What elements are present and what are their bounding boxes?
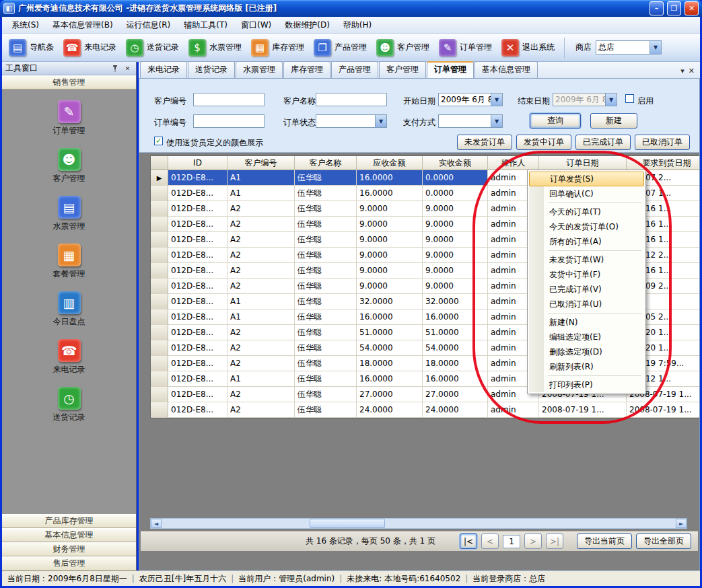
row-selector[interactable]	[151, 232, 168, 248]
filter-cancelled-button[interactable]: 已取消订单	[635, 135, 690, 150]
menu-aux-tools[interactable]: 辅助工具(T)	[177, 17, 234, 34]
tab-close-icon[interactable]: ✕	[689, 67, 695, 75]
sidebar-item-order-mgmt[interactable]: ✎订单管理	[53, 100, 85, 137]
context-menu-today-orders[interactable]: 今天的订单(T)	[529, 205, 644, 219]
next-page-button[interactable]: >	[524, 534, 542, 549]
filter-completed-button[interactable]: 已完成订单	[575, 135, 631, 150]
page-number-input[interactable]: 1	[503, 535, 520, 548]
query-button[interactable]: 查询	[530, 113, 581, 128]
sidebar-item-call-record[interactable]: ☎来电记录	[53, 339, 85, 375]
row-selector[interactable]	[151, 402, 168, 418]
tab-water-ticket[interactable]: 水票管理	[236, 61, 283, 78]
row-selector[interactable]	[151, 217, 168, 232]
chevron-down-icon[interactable]: ▼	[491, 115, 502, 127]
sidebar-section-after-sales[interactable]: 售后管理	[2, 556, 136, 571]
tab-list-chevron-down-icon[interactable]: ▾	[680, 67, 685, 75]
export-all-pages-button[interactable]: 导出全部页	[636, 534, 691, 549]
minimize-button[interactable]: –	[650, 1, 664, 15]
store-select[interactable]: 总店 ▼	[596, 40, 662, 54]
menu-base-info[interactable]: 基本信息管理(B)	[46, 17, 120, 34]
first-page-button[interactable]: |<	[460, 534, 477, 549]
row-selector[interactable]	[151, 340, 168, 356]
toolbar-exit-button[interactable]: ✕退出系统	[497, 36, 559, 59]
row-selector[interactable]	[151, 371, 168, 387]
tab-call-record[interactable]: 来电记录	[140, 61, 187, 78]
start-date-picker[interactable]: 2009年 6月 8日 ▼	[438, 93, 503, 106]
toolbar-customer-button[interactable]: ☻客户管理	[372, 36, 433, 59]
menu-help[interactable]: 帮助(H)	[337, 17, 378, 34]
order-status-select[interactable]: ▼	[316, 114, 387, 128]
close-button[interactable]: ✕	[685, 1, 699, 15]
last-page-button[interactable]: >|	[546, 534, 563, 549]
row-selector[interactable]	[151, 325, 168, 340]
row-selector[interactable]	[151, 263, 168, 279]
tab-base-info[interactable]: 基本信息管理	[475, 61, 538, 78]
context-menu-receipt-confirm[interactable]: 回单确认(C)	[529, 186, 644, 201]
row-selector[interactable]	[151, 201, 168, 217]
context-menu-print-list[interactable]: 打印列表(P)	[529, 377, 644, 392]
end-date-picker[interactable]: 2009年 6月 8日 ▼	[553, 93, 617, 106]
menu-run-info[interactable]: 运行信息(R)	[120, 17, 178, 34]
row-selector[interactable]: ▶	[151, 170, 168, 186]
chevron-down-icon[interactable]: ▼	[491, 94, 502, 106]
context-menu-new[interactable]: 新建(N)	[529, 315, 644, 330]
tab-product[interactable]: 产品管理	[331, 61, 378, 78]
toolbar-delivery-record-button[interactable]: ◷送货记录	[122, 36, 183, 59]
tab-customer[interactable]: 客户管理	[379, 61, 426, 78]
row-selector[interactable]	[151, 356, 168, 371]
pay-method-select[interactable]: ▼	[438, 114, 503, 128]
sidebar-item-water-ticket-mgmt[interactable]: ▤水票管理	[53, 196, 85, 232]
order-no-input[interactable]	[193, 114, 265, 128]
context-menu-edit-selected[interactable]: 编辑选定项(E)	[529, 330, 644, 344]
export-current-page-button[interactable]: 导出当前页	[577, 534, 632, 549]
menu-system[interactable]: 系统(S)	[5, 17, 46, 34]
sidebar-item-customer-mgmt[interactable]: ☻客户管理	[53, 148, 85, 184]
menu-window[interactable]: 窗口(W)	[234, 17, 278, 34]
grid-column-header-customer_no[interactable]: 客户编号	[227, 156, 295, 170]
scroll-right-icon[interactable]: ►	[676, 519, 687, 528]
grid-column-header-due_date[interactable]: 要求到货日期	[627, 156, 699, 170]
context-menu-cancelled-orders[interactable]: 已取消订单(U)	[529, 297, 644, 311]
horizontal-scrollbar[interactable]: ◄ ►	[150, 518, 687, 529]
customer-name-input[interactable]	[316, 93, 387, 106]
menu-data-maint[interactable]: 数据维护(D)	[278, 17, 337, 34]
row-selector[interactable]	[151, 186, 168, 201]
grid-column-header-receivable[interactable]: 应收金额	[357, 156, 423, 170]
context-menu-ship-order[interactable]: 订单发货(S)	[529, 172, 644, 186]
grid-column-header-id[interactable]: ID	[168, 156, 227, 170]
scroll-left-icon[interactable]: ◄	[151, 519, 162, 528]
row-selector[interactable]	[151, 309, 168, 325]
tab-order[interactable]: 订单管理	[427, 61, 474, 78]
toolbar-inventory-button[interactable]: ▦库存管理	[247, 36, 308, 59]
new-button[interactable]: 新建	[590, 113, 637, 128]
close-icon[interactable]: ✕	[122, 63, 133, 73]
sidebar-item-today-check[interactable]: ▥今日盘点	[53, 291, 85, 328]
sidebar-section-base-info[interactable]: 基本信息管理	[2, 528, 136, 542]
prev-page-button[interactable]: <	[481, 534, 499, 549]
row-selector[interactable]	[151, 294, 168, 309]
row-selector[interactable]	[151, 248, 168, 263]
context-menu-delete-selected[interactable]: 删除选定项(D)	[529, 344, 644, 359]
grid-column-header-order_date[interactable]: 订单日期	[539, 156, 627, 170]
sidebar-item-package-mgmt[interactable]: ▦套餐管理	[53, 244, 85, 280]
chevron-down-icon[interactable]: ▼	[375, 115, 386, 127]
context-menu-all-orders[interactable]: 所有的订单(A)	[529, 234, 644, 249]
tab-delivery-record[interactable]: 送货记录	[188, 61, 235, 78]
toolbar-call-record-button[interactable]: ☎来电记录	[59, 36, 120, 59]
context-menu-completed-orders[interactable]: 已完成订单(V)	[529, 282, 644, 297]
toolbar-product-button[interactable]: ❐产品管理	[310, 36, 371, 59]
filter-unshipped-button[interactable]: 未发货订单	[457, 135, 512, 150]
context-menu-today-ship-orders[interactable]: 今天的发货订单(O)	[529, 219, 644, 234]
sidebar-item-delivery-record[interactable]: ◷送货记录	[53, 387, 85, 423]
table-row[interactable]: 012D-E8...A2伍华聪24.000024.0000admin2008-0…	[151, 402, 699, 418]
sidebar-section-product-inventory[interactable]: 产品库存管理	[2, 514, 136, 528]
filter-shipping-button[interactable]: 发货中订单	[516, 135, 571, 150]
context-menu-shipping-orders[interactable]: 发货中订单(F)	[529, 267, 644, 282]
grid-column-header-received[interactable]: 实收金额	[423, 156, 488, 170]
toolbar-water-ticket-button[interactable]: $水票管理	[184, 36, 246, 59]
chevron-down-icon[interactable]: ▼	[650, 41, 661, 54]
enable-checkbox[interactable]	[625, 94, 634, 103]
scrollbar-thumb[interactable]	[310, 519, 385, 528]
toolbar-order-button[interactable]: ✎订单管理	[435, 36, 496, 59]
sidebar-section-sales[interactable]: 销售管理	[2, 75, 136, 89]
